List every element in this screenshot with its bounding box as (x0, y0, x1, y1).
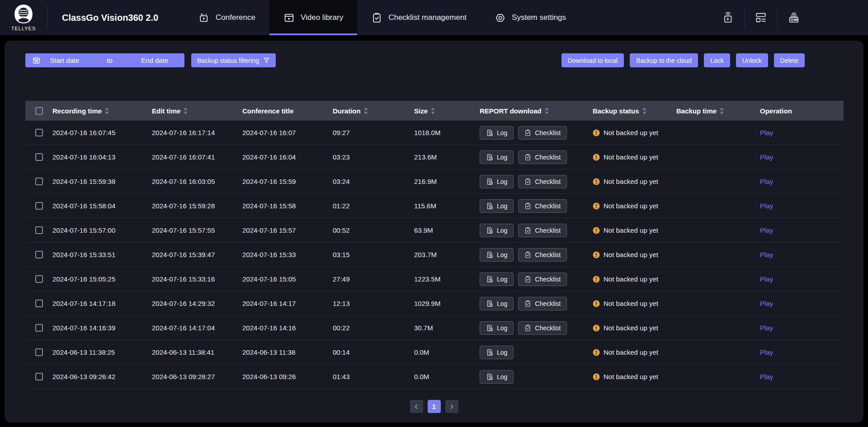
tab-system-settings[interactable]: System settings (481, 0, 580, 35)
log-icon (486, 178, 493, 185)
play-link[interactable]: Play (760, 202, 773, 210)
row-select-cell (25, 275, 52, 283)
row-checkbox[interactable] (35, 348, 43, 356)
column-backup-status[interactable]: Backup status (593, 107, 676, 115)
row-checkbox[interactable] (35, 251, 43, 258)
date-range-picker[interactable]: Start date to End date (25, 53, 184, 67)
checklist-download-button[interactable]: Checklist (518, 126, 567, 140)
row-select-cell (25, 202, 52, 210)
row-checkbox[interactable] (35, 275, 43, 283)
log-download-button[interactable]: Log (480, 272, 514, 286)
log-download-button[interactable]: Log (480, 126, 514, 140)
lock-button[interactable]: Lock (704, 53, 730, 67)
column-edit-time[interactable]: Edit time (152, 107, 242, 115)
tab-conference[interactable]: Conference (184, 0, 269, 35)
checklist-download-button[interactable]: Checklist (518, 150, 567, 164)
row-select-cell (25, 300, 52, 307)
operation-cell: Play (760, 251, 844, 258)
report-download-cell: Log Checklist (480, 199, 593, 213)
tab-video-library[interactable]: Video library (269, 0, 357, 35)
log-download-button[interactable]: Log (480, 150, 514, 164)
start-date-placeholder[interactable]: Start date (42, 56, 87, 64)
column-size[interactable]: Size (414, 107, 480, 115)
tab-checklist-management[interactable]: Checklist management (357, 0, 481, 35)
backup-status-filter-button[interactable]: Backup status filtering (191, 53, 276, 67)
checklist-button-label: Checklist (535, 227, 561, 234)
row-checkbox[interactable] (35, 324, 43, 332)
row-checkbox[interactable] (35, 202, 43, 210)
log-download-button[interactable]: Log (480, 224, 514, 237)
end-date-placeholder[interactable]: End date (132, 56, 177, 64)
sort-icon[interactable] (544, 107, 549, 115)
column-report-download[interactable]: REPORT download (480, 107, 593, 115)
log-download-button[interactable]: Log (480, 346, 514, 359)
checklist-download-button[interactable]: Checklist (518, 297, 567, 310)
filter-funnel-icon (263, 57, 270, 64)
sort-icon[interactable] (104, 107, 109, 115)
play-link[interactable]: Play (760, 153, 773, 161)
log-icon (486, 300, 493, 307)
row-checkbox[interactable] (35, 300, 43, 307)
layout-icon[interactable] (745, 11, 777, 24)
play-link[interactable]: Play (760, 324, 773, 332)
log-download-button[interactable]: Log (480, 175, 514, 188)
row-checkbox[interactable] (35, 226, 43, 234)
unlock-button[interactable]: Unlock (736, 53, 768, 67)
pagination-prev[interactable] (410, 400, 423, 413)
conference-title-cell: 2024-07-16 14:17 (242, 300, 333, 307)
play-link[interactable]: Play (760, 300, 773, 307)
checklist-download-button[interactable]: Checklist (518, 224, 567, 237)
edit-time-cell: 2024-07-16 16:03:05 (152, 178, 242, 185)
recording-time-cell: 2024-07-16 16:07:45 (52, 129, 152, 136)
play-link[interactable]: Play (760, 226, 773, 234)
backup-status-cell: Not backed up yet (593, 251, 676, 258)
log-download-button[interactable]: Log (480, 321, 514, 335)
log-icon (486, 227, 493, 234)
sort-icon[interactable] (183, 107, 188, 115)
checklist-download-button[interactable]: Checklist (518, 321, 567, 335)
log-download-button[interactable]: Log (480, 248, 514, 262)
checklist-download-button[interactable]: Checklist (518, 248, 567, 262)
log-download-button[interactable]: Log (480, 370, 514, 384)
duration-cell: 01:43 (333, 373, 414, 380)
sort-icon[interactable] (363, 107, 368, 115)
log-button-label: Log (497, 202, 507, 210)
column-backup-time[interactable]: Backup time (676, 107, 760, 115)
column-duration[interactable]: Duration (333, 107, 414, 115)
download-to-local-button[interactable]: Download to local (561, 53, 624, 67)
delete-button[interactable]: Delete (774, 53, 805, 67)
screen-cast-icon[interactable] (712, 11, 744, 24)
table-row: 2024-07-16 15:57:00 2024-07-16 15:57:55 … (25, 218, 844, 243)
pagination-next[interactable] (445, 400, 458, 413)
sort-icon[interactable] (642, 107, 647, 115)
row-checkbox[interactable] (35, 129, 43, 136)
column-recording-time[interactable]: Recording time (52, 107, 152, 115)
table-row: 2024-07-16 14:17:18 2024-07-16 14:29:32 … (25, 291, 844, 316)
play-link[interactable]: Play (760, 275, 773, 283)
log-download-button[interactable]: Log (480, 199, 514, 213)
recording-time-cell: 2024-07-16 15:59:38 (52, 178, 152, 185)
checklist-download-button[interactable]: Checklist (518, 272, 567, 286)
sort-icon[interactable] (719, 107, 724, 115)
checklist-button-label: Checklist (535, 202, 561, 210)
play-link[interactable]: Play (760, 348, 773, 356)
column-conference-title: Conference title (242, 107, 333, 115)
select-all-checkbox[interactable] (35, 107, 43, 115)
checklist-download-button[interactable]: Checklist (518, 199, 567, 213)
row-checkbox[interactable] (35, 373, 43, 380)
backup-to-cloud-button[interactable]: Backup to the cloud (630, 53, 698, 67)
row-checkbox[interactable] (35, 153, 43, 161)
log-download-button[interactable]: Log (480, 297, 514, 310)
backup-status-text: Not backed up yet (604, 153, 658, 161)
sort-icon[interactable] (430, 107, 435, 115)
play-link[interactable]: Play (760, 373, 773, 380)
row-checkbox[interactable] (35, 178, 43, 185)
row-select-cell (25, 251, 52, 258)
recorder-device-icon[interactable] (778, 11, 810, 24)
checklist-download-button[interactable]: Checklist (518, 175, 567, 188)
pagination: 1 (5, 400, 863, 413)
play-link[interactable]: Play (760, 251, 773, 258)
pagination-page-current[interactable]: 1 (428, 400, 441, 413)
play-link[interactable]: Play (760, 129, 773, 136)
play-link[interactable]: Play (760, 178, 773, 185)
